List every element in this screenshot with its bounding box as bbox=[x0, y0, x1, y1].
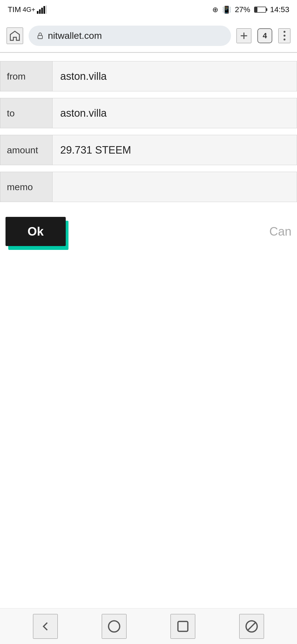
amount-value: 29.731 STEEM bbox=[53, 139, 297, 162]
svg-rect-0 bbox=[37, 11, 38, 14]
battery-icon bbox=[254, 7, 266, 13]
recents-button[interactable] bbox=[170, 614, 195, 639]
svg-rect-9 bbox=[178, 621, 188, 631]
dot3 bbox=[284, 39, 285, 40]
time-display: 14:53 bbox=[270, 5, 289, 14]
action-buttons: Ok Can bbox=[0, 209, 297, 246]
svg-rect-3 bbox=[43, 6, 45, 14]
status-bar: TIM 4G+ ⊕ 📳 27% 14:53 bbox=[0, 0, 297, 19]
home-nav-button[interactable] bbox=[102, 614, 127, 639]
tab-count-button[interactable]: 4 bbox=[257, 28, 272, 43]
transaction-form: from aston.villa to aston.villa amount 2… bbox=[0, 53, 297, 246]
svg-rect-2 bbox=[41, 8, 43, 14]
to-label: to bbox=[0, 98, 53, 128]
dot2 bbox=[284, 35, 285, 37]
memo-label: memo bbox=[0, 172, 53, 202]
rotate-button[interactable] bbox=[239, 614, 264, 639]
browser-chrome: nitwallet.com 4 bbox=[0, 19, 297, 52]
ok-button-container: Ok bbox=[6, 217, 66, 246]
tab-count: 4 bbox=[263, 31, 267, 40]
signal-text: 4G+ bbox=[23, 6, 35, 13]
carrier-text: TIM bbox=[8, 5, 21, 14]
vpn-icon: ⊕ bbox=[212, 6, 218, 14]
more-options-button[interactable] bbox=[278, 28, 290, 43]
browser-actions: 4 bbox=[237, 28, 290, 43]
memo-value[interactable] bbox=[53, 176, 297, 198]
from-value: aston.villa bbox=[53, 65, 297, 88]
to-row: to aston.villa bbox=[0, 98, 297, 128]
home-button[interactable] bbox=[7, 28, 23, 44]
svg-point-8 bbox=[109, 621, 120, 632]
svg-line-11 bbox=[247, 622, 256, 631]
carrier-signal: TIM 4G+ bbox=[8, 5, 47, 14]
dot1 bbox=[284, 31, 285, 33]
back-button[interactable] bbox=[33, 614, 58, 639]
amount-label: amount bbox=[0, 135, 53, 165]
to-value: aston.villa bbox=[53, 102, 297, 125]
ok-button[interactable]: Ok bbox=[6, 217, 66, 246]
memo-row: memo bbox=[0, 172, 297, 202]
add-tab-button[interactable] bbox=[237, 28, 251, 43]
battery-percent: 27% bbox=[235, 5, 250, 14]
status-right: ⊕ 📳 27% 14:53 bbox=[212, 5, 289, 14]
svg-rect-5 bbox=[38, 35, 42, 39]
signal-bars-icon bbox=[37, 6, 47, 14]
from-label: from bbox=[0, 61, 53, 91]
url-bar[interactable]: nitwallet.com bbox=[29, 26, 231, 46]
svg-rect-4 bbox=[46, 6, 47, 14]
vibrate-icon: 📳 bbox=[222, 6, 231, 14]
svg-rect-1 bbox=[39, 9, 41, 14]
lock-icon bbox=[36, 32, 44, 40]
plus-icon bbox=[238, 30, 249, 41]
url-text: nitwallet.com bbox=[48, 30, 102, 41]
cancel-button[interactable]: Can bbox=[269, 225, 292, 238]
navigation-bar bbox=[0, 608, 297, 644]
amount-row: amount 29.731 STEEM bbox=[0, 135, 297, 165]
from-row: from aston.villa bbox=[0, 61, 297, 91]
